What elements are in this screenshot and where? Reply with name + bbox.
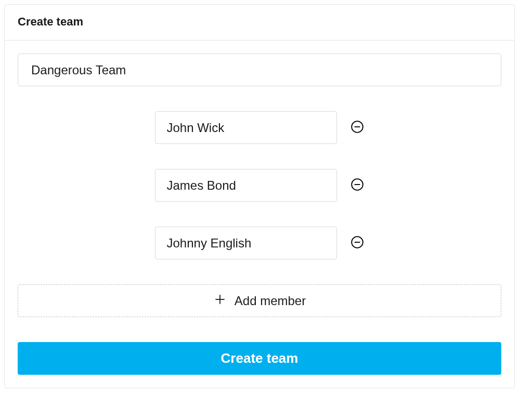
remove-member-button[interactable] [350,178,365,193]
remove-member-button[interactable] [350,236,365,251]
member-row [155,169,365,202]
add-member-label: Add member [235,294,306,308]
remove-member-button[interactable] [350,121,365,135]
minus-circle-icon [351,178,364,193]
team-name-input[interactable] [18,54,501,86]
members-list [18,111,501,259]
card-title: Create team [18,15,501,29]
member-row [155,111,365,144]
create-team-button[interactable]: Create team [18,342,501,375]
minus-circle-icon [351,235,364,251]
create-team-card: Create team [4,4,515,388]
plus-icon [213,293,227,309]
member-name-input[interactable] [155,227,337,259]
add-member-button[interactable]: Add member [18,284,501,317]
member-name-input[interactable] [155,111,337,144]
member-name-input[interactable] [155,169,337,202]
member-row [155,227,365,259]
minus-circle-icon [351,120,364,135]
card-body: Add member Create team [5,41,514,388]
card-header: Create team [5,5,514,41]
